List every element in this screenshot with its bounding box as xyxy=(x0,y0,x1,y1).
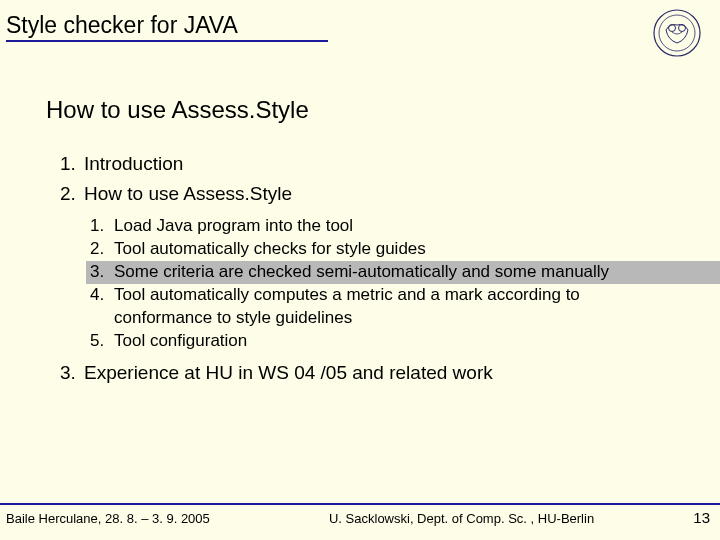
list-item: 3. Experience at HU in WS 04 /05 and rel… xyxy=(60,359,674,387)
item-number: 4. xyxy=(90,284,114,330)
item-text: Experience at HU in WS 04 /05 and relate… xyxy=(84,359,493,387)
svg-point-1 xyxy=(659,15,695,51)
outline-level2: 1. Load Java program into the tool 2. To… xyxy=(90,215,674,353)
item-text: Load Java program into the tool xyxy=(114,215,674,238)
item-text: Some criteria are checked semi-automatic… xyxy=(114,261,674,284)
list-item: 2. How to use Assess.Style xyxy=(60,180,674,208)
item-text: How to use Assess.Style xyxy=(84,180,292,208)
outline-level1-bottom: 3. Experience at HU in WS 04 /05 and rel… xyxy=(60,359,674,387)
item-number: 1. xyxy=(60,150,84,178)
list-item: 4. Tool automatically computes a metric … xyxy=(90,284,674,330)
university-seal-icon xyxy=(652,8,702,58)
section-title: How to use Assess.Style xyxy=(46,96,674,124)
item-number: 2. xyxy=(60,180,84,208)
list-item-highlighted: 3. Some criteria are checked semi-automa… xyxy=(86,261,720,284)
item-text: Introduction xyxy=(84,150,183,178)
item-number: 3. xyxy=(60,359,84,387)
footer-date: Baile Herculane, 28. 8. – 3. 9. 2005 xyxy=(6,511,210,526)
footer-author: U. Sacklowski, Dept. of Comp. Sc. , HU-B… xyxy=(210,511,694,526)
slide-header: Style checker for JAVA xyxy=(0,0,720,42)
item-text: Tool automatically computes a metric and… xyxy=(114,284,674,330)
item-number: 3. xyxy=(90,261,114,284)
svg-point-3 xyxy=(679,25,686,32)
item-text: Tool automatically checks for style guid… xyxy=(114,238,674,261)
item-number: 2. xyxy=(90,238,114,261)
page-number: 13 xyxy=(693,509,710,526)
item-number: 5. xyxy=(90,330,114,353)
item-text: Tool configuration xyxy=(114,330,674,353)
header-title: Style checker for JAVA xyxy=(6,12,328,42)
slide-footer: Baile Herculane, 28. 8. – 3. 9. 2005 U. … xyxy=(0,503,720,526)
list-item: 5. Tool configuration xyxy=(90,330,674,353)
list-item: 1. Introduction xyxy=(60,150,674,178)
item-number: 1. xyxy=(90,215,114,238)
list-item: 2. Tool automatically checks for style g… xyxy=(90,238,674,261)
slide-content: How to use Assess.Style 1. Introduction … xyxy=(0,96,720,386)
outline-level1-top: 1. Introduction 2. How to use Assess.Sty… xyxy=(60,150,674,207)
svg-point-0 xyxy=(654,10,700,56)
svg-point-2 xyxy=(669,25,676,32)
list-item: 1. Load Java program into the tool xyxy=(90,215,674,238)
